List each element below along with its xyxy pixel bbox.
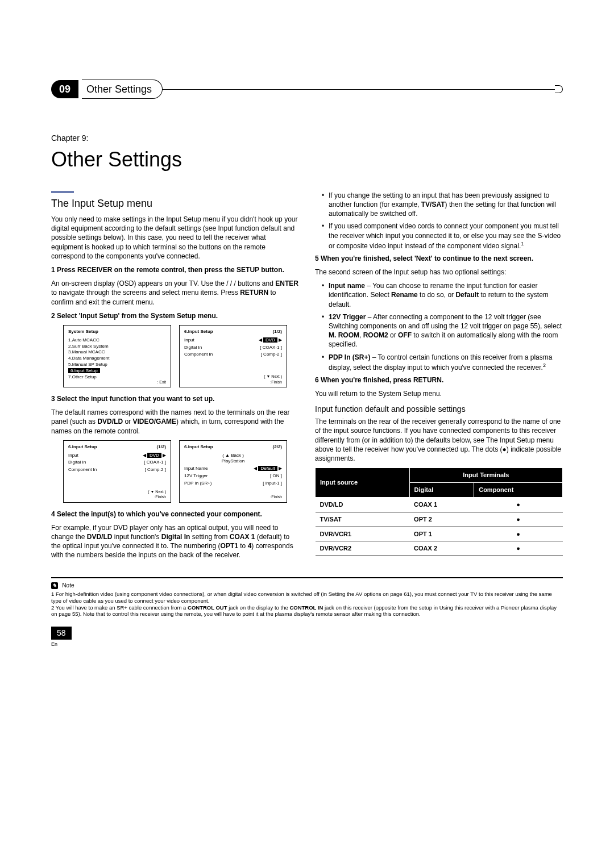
step-1-heading: 1 Press RECEIVER on the remote control, … (51, 265, 299, 274)
step-4-body: For example, if your DVD player only has… (51, 523, 299, 560)
note-icon: ✎ (51, 582, 58, 589)
footnote-2: 2 You will have to make an SR+ cable con… (51, 604, 563, 618)
tab-rule (162, 89, 555, 90)
osd-input-setup-1b: 6.Input Setup(1/2) Input◀ DVD ▶ Digital … (63, 440, 171, 503)
bullet-reassign: If you change the setting to an input th… (322, 191, 563, 219)
step-5-body: The second screen of the Input setup has… (315, 268, 563, 277)
osd-screens-row-2: 6.Input Setup(1/2) Input◀ DVD ▶ Digital … (51, 440, 299, 503)
accent-bar (51, 191, 74, 193)
table-row: DVR/VCR1 OPT 1 ● (316, 527, 563, 541)
intro-paragraph: You only need to make settings in the In… (51, 215, 299, 261)
page-footer: 58 En (51, 627, 563, 648)
tab-endcap (555, 85, 563, 93)
bullet-component-video: If you used component video cords to con… (322, 222, 563, 251)
subsection-title-defaults: Input function default and possible sett… (315, 404, 563, 415)
right-column: If you change the setting to an input th… (315, 191, 563, 565)
footnote-1: 1 For high-definition video (using compo… (51, 591, 563, 604)
step-1-body: An on-screen display (OSD) appears on yo… (51, 279, 299, 307)
th-input-source: Input source (316, 468, 410, 498)
table-row: DVD/LD COAX 1 ● (316, 497, 563, 512)
step-6-heading: 6 When you're finished, press RETURN. (315, 375, 563, 385)
subsection-body-defaults: The terminals on the rear of the receive… (315, 417, 563, 463)
chapter-label: Chapter 9: (51, 133, 563, 144)
step-3-heading: 3 Select the input function that you wan… (51, 394, 299, 403)
bullet-input-name: Input name – You can choose to rename th… (322, 281, 563, 309)
step-3-body: The default names correspond with the na… (51, 408, 299, 436)
chapter-tab-title: Other Settings (82, 80, 163, 99)
th-digital: Digital (409, 483, 474, 498)
step-6-body: You will return to the System Setup menu… (315, 389, 563, 398)
note-label: Note (62, 582, 74, 589)
input-defaults-table: Input source Input Terminals Digital Com… (315, 468, 563, 556)
step-2-heading: 2 Select 'Input Setup' from the System S… (51, 311, 299, 320)
bullet-pdp-in: PDP In (SR+) – To control certain functi… (322, 353, 563, 372)
th-component: Component (474, 483, 563, 498)
page-language: En (51, 641, 563, 648)
footnote-bar: ✎ Note 1 For high-definition video (usin… (51, 577, 563, 618)
step-5-heading: 5 When you're finished, select 'Next' to… (315, 254, 563, 263)
page-number: 58 (51, 627, 72, 640)
table-row: TV/SAT OPT 2 ● (316, 512, 563, 527)
osd-input-setup-2: 6.Input Setup(2/2) ( ▲ Back )PlayStation… (179, 440, 287, 503)
osd-input-setup-1: 6.Input Setup(1/2) Input◀ DVD ▶ Digital … (179, 325, 287, 387)
osd-screens-row-1: System Setup 1.Auto MCACC 2.Surr Back Sy… (51, 325, 299, 387)
chapter-tab-header: 09 Other Settings (51, 80, 563, 99)
chapter-number-badge: 09 (51, 80, 78, 98)
table-row: DVR/VCR2 COAX 2 ● (316, 541, 563, 556)
chapter-title: Other Settings (51, 146, 563, 174)
step-4-heading: 4 Select the input(s) to which you've co… (51, 510, 299, 519)
bullet-12v-trigger: 12V Trigger – After connecting a compone… (322, 312, 563, 349)
th-input-terminals: Input Terminals (409, 468, 562, 483)
left-column: The Input Setup menu You only need to ma… (51, 191, 299, 565)
section-title-input-setup: The Input Setup menu (51, 197, 299, 210)
osd-system-setup: System Setup 1.Auto MCACC 2.Surr Back Sy… (63, 325, 171, 387)
